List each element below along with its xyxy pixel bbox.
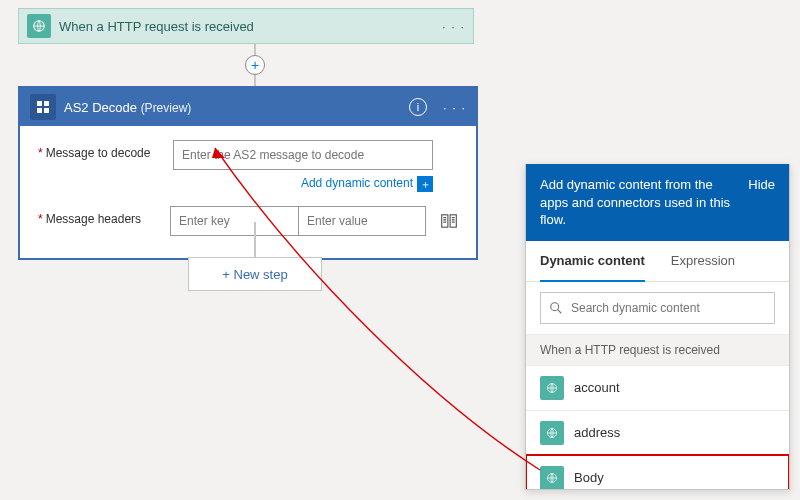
add-dynamic-content-icon[interactable]: ＋ [417,176,433,192]
picker-header: Add dynamic content from the apps and co… [526,164,789,241]
list-item-label: address [574,425,620,440]
trigger-card[interactable]: When a HTTP request is received · · · [18,8,474,44]
svg-point-7 [551,302,559,310]
http-trigger-icon [27,14,51,38]
message-to-decode-label: *Message to decode [38,140,173,160]
svg-rect-5 [442,215,448,227]
picker-results: When a HTTP request is received account … [526,334,789,489]
switch-mode-icon[interactable] [440,212,458,230]
dynamic-content-picker: Add dynamic content from the apps and co… [525,164,790,490]
insert-step-button[interactable]: + [245,55,265,75]
connector-line [254,75,256,86]
picker-tabs: Dynamic content Expression [526,241,789,282]
header-value-input[interactable] [298,206,426,236]
search-icon [549,301,563,315]
dynamic-item-body[interactable]: Body [526,455,789,489]
tab-dynamic-content[interactable]: Dynamic content [540,241,645,282]
message-headers-label: *Message headers [38,206,170,226]
dynamic-item-account[interactable]: account [526,365,789,410]
as2-decode-more-menu[interactable]: · · · [443,100,466,115]
connector-line [254,222,256,257]
picker-group-title: When a HTTP request is received [526,335,789,365]
info-icon[interactable]: i [409,98,427,116]
new-step-button[interactable]: + New step [188,257,322,291]
list-item-label: Body [574,470,604,485]
as2-decode-header[interactable]: AS2 Decode (Preview) i · · · [20,88,476,126]
as2-decode-icon [30,94,56,120]
search-input[interactable]: Search dynamic content [540,292,775,324]
add-dynamic-content-link[interactable]: Add dynamic content [301,176,413,190]
svg-rect-1 [37,101,42,106]
header-key-input[interactable] [170,206,298,236]
http-icon [540,466,564,489]
as2-decode-card: AS2 Decode (Preview) i · · · *Message to… [18,86,478,260]
http-icon [540,376,564,400]
trigger-more-menu[interactable]: · · · [442,19,465,34]
dynamic-item-address[interactable]: address [526,410,789,455]
search-placeholder: Search dynamic content [571,301,700,315]
as2-decode-title: AS2 Decode (Preview) [64,100,401,115]
tab-expression[interactable]: Expression [671,241,735,281]
http-icon [540,421,564,445]
picker-blurb: Add dynamic content from the apps and co… [540,176,738,229]
trigger-title: When a HTTP request is received [59,19,434,34]
svg-rect-2 [44,101,49,106]
message-to-decode-input[interactable] [173,140,433,170]
picker-hide-link[interactable]: Hide [748,176,775,229]
as2-decode-body: *Message to decode Add dynamic content＋ … [20,126,476,258]
svg-line-8 [558,309,562,313]
svg-rect-6 [450,215,456,227]
connector-line [254,44,256,55]
svg-rect-3 [37,108,42,113]
list-item-label: account [574,380,620,395]
svg-rect-4 [44,108,49,113]
